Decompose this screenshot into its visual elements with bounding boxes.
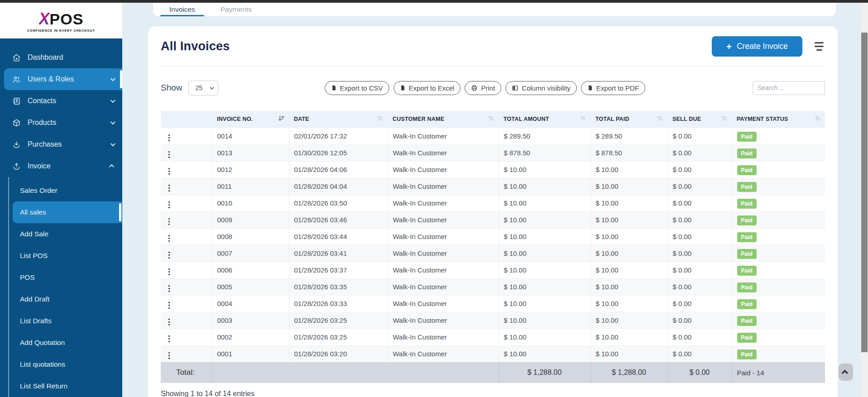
row-actions-kebab-icon[interactable] (166, 317, 173, 327)
column-header-date[interactable]: DATE (289, 111, 388, 128)
cell-date: 01/28/2026 03:37 (289, 262, 388, 278)
filter-icon[interactable] (813, 42, 825, 51)
payment-status-badge: Paid (737, 299, 757, 309)
payment-status-badge: Paid (737, 282, 757, 292)
submenu-item-list-drafts[interactable]: List Drafts (0, 310, 122, 332)
row-actions-kebab-icon[interactable] (166, 200, 173, 210)
table-row: 0006 01/28/2026 03:37 Walk-In Customer $… (161, 262, 825, 278)
cell-payment-status: Paid (732, 278, 825, 295)
row-actions-kebab-icon[interactable] (166, 166, 173, 177)
sidebar-item-contacts[interactable]: Contacts (0, 90, 122, 112)
export-button-print[interactable]: Print (465, 81, 501, 95)
row-actions-kebab-icon[interactable] (166, 350, 173, 361)
submenu-item-list-sell-return[interactable]: List Sell Return (0, 375, 122, 397)
submenu-item-label: Add Quotation (20, 339, 65, 347)
invoices-card: All Invoices + Create Invoice Show 25 Ex… (148, 26, 838, 397)
tab-invoices[interactable]: Invoices (157, 3, 208, 16)
submenu-item-add-quotation[interactable]: Add Quotation (0, 332, 122, 354)
export-button-export-to-pdf[interactable]: Export to PDF (581, 81, 645, 95)
export-button-export-to-csv[interactable]: Export to CSV (325, 81, 389, 95)
sort-icon[interactable] (814, 115, 821, 123)
cell-invoice-no: 0012 (212, 161, 289, 178)
columns-icon (512, 85, 518, 91)
export-button-column-visibility[interactable]: Column visibility (505, 81, 577, 95)
cell-total-amount: $ 10.00 (499, 211, 590, 228)
row-actions-kebab-icon[interactable] (166, 133, 173, 143)
submenu-item-sales-order[interactable]: Sales Order (0, 180, 122, 201)
tab-payments[interactable]: Payments (208, 3, 264, 16)
row-actions-kebab-icon[interactable] (166, 283, 173, 294)
sidebar-item-dashboard[interactable]: Dashboard (0, 47, 122, 68)
total-label: Total: (161, 362, 212, 383)
row-actions-kebab-icon[interactable] (166, 334, 173, 344)
export-button-export-to-excel[interactable]: Export to Excel (393, 81, 461, 95)
row-actions-kebab-icon[interactable] (166, 250, 173, 260)
row-actions-kebab-icon[interactable] (166, 267, 173, 277)
file-icon (587, 85, 593, 91)
sort-icon[interactable] (377, 115, 384, 123)
cell-payment-status: Paid (732, 262, 825, 278)
scrollbar-thumb[interactable] (861, 33, 868, 352)
cell-invoice-no: 0011 (212, 178, 289, 195)
cell-date: 01/28/2026 03:50 (289, 195, 388, 211)
scroll-to-top-button[interactable] (839, 364, 853, 381)
sidebar-item-purchases[interactable]: Purchases (0, 134, 122, 155)
column-header-payment-status[interactable]: PAYMENT STATUS (732, 111, 825, 128)
cell-date: 01/28/2026 04:06 (289, 161, 388, 178)
page-title: All Invoices (161, 39, 230, 53)
cell-payment-status: Paid (732, 228, 825, 245)
file-icon (400, 85, 406, 91)
row-actions-kebab-icon[interactable] (166, 233, 173, 244)
sort-icon[interactable] (580, 115, 586, 123)
cell-sell-due: $ 0.00 (667, 345, 732, 362)
table-row: 0010 01/28/2026 03:50 Walk-In Customer $… (161, 195, 825, 211)
row-actions-kebab-icon[interactable] (166, 300, 173, 311)
table-header-row: INVOICE NO. DATE (161, 111, 825, 128)
create-invoice-button[interactable]: + Create Invoice (712, 36, 802, 57)
submenu-item-add-draft[interactable]: Add Draft (0, 288, 122, 310)
payment-status-badge: Paid (737, 349, 757, 359)
column-header-invoice-no[interactable]: INVOICE NO. (212, 111, 289, 128)
cell-sell-due: $ 0.00 (667, 295, 732, 312)
row-actions-kebab-icon[interactable] (166, 149, 173, 160)
sidebar-item-products[interactable]: Products (0, 112, 122, 134)
submenu-item-pos[interactable]: POS (0, 267, 122, 288)
submenu-item-label: Sales Order (20, 187, 58, 195)
cell-customer-name: Walk-In Customer (388, 128, 499, 144)
submenu-item-list-quotations[interactable]: List quotations (0, 354, 122, 375)
column-header-sell-due[interactable]: SELL DUE (667, 111, 732, 128)
submenu-item-all-sales[interactable]: All sales (13, 201, 122, 223)
divider (161, 66, 825, 67)
cell-total-amount: $ 10.00 (499, 312, 590, 329)
search-input[interactable] (753, 81, 825, 95)
cell-invoice-no: 0014 (212, 128, 289, 144)
column-header-total-paid[interactable]: TOTAL PAID (590, 111, 667, 128)
vertical-scrollbar[interactable] (861, 0, 868, 397)
submenu-item-add-sale[interactable]: Add Sale (0, 223, 122, 245)
cell-date: 01/28/2026 03:20 (289, 345, 388, 362)
sidebar-item-label: Products (28, 119, 56, 127)
column-header-total-amount[interactable]: TOTAL AMOUNT (499, 111, 590, 128)
row-actions-kebab-icon[interactable] (166, 183, 173, 193)
brand-logo[interactable]: XPOS CONFIDENCE IN EVERY CHECKOUT (0, 3, 122, 38)
sidebar-item-invoice[interactable]: Invoice (0, 155, 122, 177)
submenu-item-label: All sales (20, 208, 46, 216)
sort-icon[interactable] (721, 115, 728, 123)
table-row: 0014 02/01/2026 17:32 Walk-In Customer $… (161, 128, 825, 144)
row-actions-kebab-icon[interactable] (166, 216, 173, 227)
cell-payment-status: Paid (732, 211, 825, 228)
payment-status-badge: Paid (737, 316, 757, 326)
total-paid-sum: $ 1,288.00 (590, 362, 667, 383)
sidebar-item-users-roles[interactable]: Users & Roles (4, 68, 122, 90)
chevron-up-icon (110, 164, 114, 168)
submenu-item-list-pos[interactable]: List POS (0, 245, 122, 267)
cell-payment-status: Paid (732, 144, 825, 161)
sort-icon[interactable] (278, 115, 285, 123)
submenu-item-label: List Drafts (20, 317, 52, 325)
sort-icon[interactable] (657, 115, 663, 123)
column-header-customer-name[interactable]: CUSTOMER NAME (388, 111, 499, 128)
page-size-select[interactable]: 25 (188, 81, 218, 96)
cell-sell-due: $ 0.00 (667, 178, 732, 195)
sort-icon[interactable] (488, 115, 494, 123)
sidebar-item-label: Contacts (28, 97, 56, 105)
